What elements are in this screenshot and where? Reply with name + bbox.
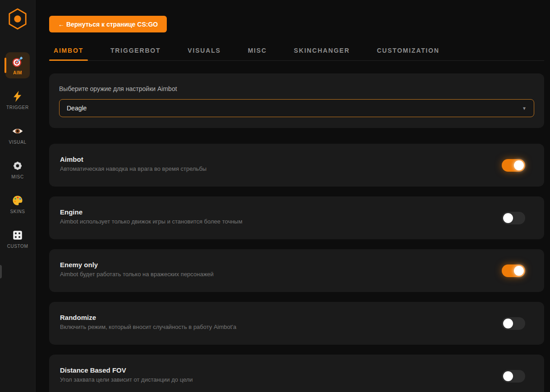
toggle-enemy-only[interactable] — [502, 264, 525, 277]
eye-icon — [12, 125, 23, 137]
setting-title: Aimbot — [60, 155, 502, 163]
sidebar-item-trigger[interactable]: TRIGGER — [5, 87, 30, 113]
dice-icon — [12, 229, 23, 241]
toggle-knob — [514, 266, 524, 276]
setting-text: Randomize Включить режим, который вносит… — [60, 314, 502, 330]
tab-customization[interactable]: CUSTOMIZATION — [372, 43, 444, 60]
setting-card-randomize: Randomize Включить режим, который вносит… — [49, 302, 544, 345]
gear-icon — [12, 160, 23, 172]
sidebar: AIM TRIGGER VISUAL — [0, 0, 36, 392]
setting-text: Aimbot Автоматическая наводка на врага в… — [60, 155, 502, 172]
tab-aimbot[interactable]: AIMBOT — [49, 43, 88, 60]
toggle-randomize[interactable] — [502, 317, 525, 330]
setting-description: Aimbot использует только движок игры и с… — [60, 218, 502, 225]
main-content: ← Вернуться к странице CS:GO AIMBOT TRIG… — [36, 0, 550, 392]
sidebar-item-label: VISUAL — [9, 140, 26, 145]
weapon-select-card: Выберите оружие для настройки Aimbot Dea… — [49, 73, 544, 128]
weapon-select-value: Deagle — [67, 105, 87, 112]
toggle-knob — [503, 319, 513, 328]
setting-title: Distance Based FOV — [60, 366, 502, 374]
sidebar-item-label: AIM — [13, 70, 22, 75]
tab-triggerbot[interactable]: TRIGGERBOT — [106, 43, 165, 60]
weapon-select-label: Выберите оружие для настройки Aimbot — [59, 85, 534, 92]
back-to-csgo-button[interactable]: ← Вернуться к странице CS:GO — [49, 16, 167, 32]
setting-text: Enemy only Aimbot будет работать только … — [60, 261, 502, 278]
setting-description: Угол захвата цели зависит от дистанции д… — [60, 376, 502, 383]
setting-description: Автоматическая наводка на врага во время… — [60, 165, 502, 172]
sidebar-item-aim[interactable]: AIM — [5, 52, 30, 78]
toggle-knob — [514, 160, 524, 170]
toggle-aimbot[interactable] — [502, 159, 525, 172]
setting-text: Distance Based FOV Угол захвата цели зав… — [60, 366, 502, 383]
lightning-icon — [12, 91, 23, 102]
sidebar-item-label: TRIGGER — [6, 105, 29, 110]
chevron-down-icon: ▼ — [522, 106, 527, 111]
tab-skinchanger[interactable]: SKINCHANGER — [289, 43, 354, 60]
sidebar-item-label: CUSTOM — [7, 244, 28, 249]
toggle-knob — [503, 213, 513, 223]
setting-description: Aimbot будет работать только на вражески… — [60, 271, 502, 278]
tab-bar: AIMBOT TRIGGERBOT VISUALS MISC SKINCHANG… — [49, 43, 544, 61]
setting-title: Randomize — [60, 314, 502, 321]
setting-title: Engine — [60, 208, 502, 216]
toggle-knob — [503, 371, 513, 381]
hexagon-logo-icon — [7, 7, 28, 31]
sidebar-item-skins[interactable]: SKINS — [5, 191, 30, 217]
setting-title: Enemy only — [60, 261, 502, 269]
setting-card-enemy-only: Enemy only Aimbot будет работать только … — [49, 249, 544, 292]
target-icon — [12, 56, 23, 68]
hexagon-logo[interactable] — [7, 7, 28, 32]
toggle-engine[interactable] — [502, 212, 525, 224]
sidebar-item-misc[interactable]: MISC — [5, 156, 30, 182]
app-window: AIM TRIGGER VISUAL — [0, 0, 550, 392]
weapon-select-dropdown[interactable]: Deagle ▼ — [59, 99, 534, 117]
sidebar-item-label: SKINS — [10, 209, 25, 214]
setting-text: Engine Aimbot использует только движок и… — [60, 208, 502, 225]
setting-description: Включить режим, который вносит случайнос… — [60, 324, 502, 330]
tab-misc[interactable]: MISC — [243, 43, 271, 60]
setting-card-engine: Engine Aimbot использует только движок и… — [49, 196, 544, 239]
sidebar-item-visual[interactable]: VISUAL — [5, 122, 30, 148]
palette-icon — [12, 195, 23, 206]
setting-card-distance-fov: Distance Based FOV Угол захвата цели зав… — [49, 355, 544, 392]
toggle-distance-fov[interactable] — [502, 370, 525, 383]
tab-visuals[interactable]: VISUALS — [183, 43, 225, 60]
sidebar-item-custom[interactable]: CUSTOM — [5, 226, 30, 252]
setting-card-aimbot: Aimbot Автоматическая наводка на врага в… — [49, 144, 544, 187]
drawer-handle — [0, 265, 2, 278]
sidebar-item-label: MISC — [11, 174, 23, 179]
